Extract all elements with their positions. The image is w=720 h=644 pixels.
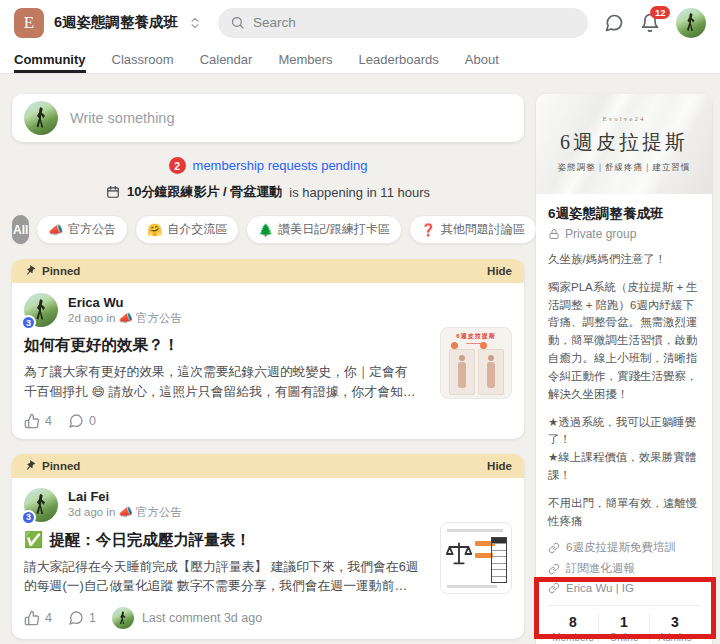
lock-icon [548, 228, 560, 240]
post-meta: 2d ago in 📣 官方公告 [68, 311, 182, 326]
filter-all[interactable]: All [12, 215, 29, 244]
comment-icon [68, 413, 84, 429]
event-title: 10分鐘跟練影片 / 骨盆運動 [127, 183, 282, 201]
last-comment[interactable]: Last comment 3d ago [112, 607, 262, 629]
group-info-card: Evolve24 6週皮拉提斯 姿態調整｜舒緩疼痛｜建立習慣 6週姿態調整養成班… [536, 94, 712, 644]
hide-button[interactable]: Hide [487, 265, 512, 277]
filter-other-questions[interactable]: ❓ 其他問題討論區 [409, 215, 537, 244]
banner-title: 6週皮拉提斯 [560, 129, 688, 156]
filter-intro-exchange[interactable]: 🤗 自介交流區 [135, 215, 239, 244]
like-button[interactable]: 4 [24, 413, 52, 429]
group-switcher-icon[interactable] [188, 15, 202, 31]
banner-brand: Evolve24 [603, 115, 646, 123]
pinned-post-2[interactable]: Pinned Hide 3 Lai Fei 3d ago in 📣 官方公告 [12, 454, 524, 640]
group-description: 獨家PLA系統（皮拉提斯 + 生活調整 + 陪跑）6週內紓緩下背痛、調整骨盆。無… [548, 279, 700, 404]
post-category: 官方公告 [136, 506, 182, 518]
pin-icon [22, 457, 39, 474]
upcoming-event-notice[interactable]: 10分鐘跟練影片 / 骨盆運動 is happening in 11 hours [12, 183, 524, 201]
pinned-bar: Pinned Hide [12, 454, 524, 478]
calendar-icon [106, 185, 120, 199]
commenter-avatar [112, 607, 134, 629]
event-suffix: is happening in 11 hours [289, 185, 430, 200]
check-mark-icon: ✅ [24, 531, 43, 549]
stat-admins[interactable]: 3 Admins [649, 614, 700, 643]
like-count: 4 [45, 414, 52, 428]
nav-tabs: Community Classroom Calendar Members Lea… [0, 45, 720, 74]
hide-button[interactable]: Hide [487, 460, 512, 472]
post-composer[interactable]: Write something [12, 94, 524, 142]
link-instagram[interactable]: Erica Wu | IG [548, 582, 700, 594]
link-icon [548, 542, 560, 554]
link-icon [548, 582, 560, 594]
notification-badge: 12 [650, 6, 670, 20]
filter-official-announcements[interactable]: 📣 官方公告 [36, 215, 128, 244]
scale-icon [445, 539, 473, 569]
post-thumbnail[interactable]: 6週皮拉提斯 •••••••••••••• [440, 327, 512, 399]
hugging-face-icon: 🤗 [147, 223, 162, 237]
author-avatar[interactable]: 3 [24, 293, 58, 327]
tab-leaderboards[interactable]: Leaderboards [359, 45, 439, 73]
like-button[interactable]: 4 [24, 610, 52, 626]
group-logo[interactable]: E [14, 8, 44, 38]
post-body: 為了讓大家有更好的效果，這次需要紀錄六週的蛻變史，你｜定會有千百個掙扎 😄 請放… [24, 362, 419, 402]
tab-about[interactable]: About [465, 45, 499, 73]
post-title[interactable]: ✅ 提醒：今日完成壓力評量表！ [24, 530, 512, 551]
sidebar-group-name: 6週姿態調整養成班 [548, 205, 700, 223]
link-free-training[interactable]: 6週皮拉提斯免費培訓 [548, 540, 700, 555]
author-avatar[interactable]: 3 [24, 488, 58, 522]
app-header: E 6週姿態調整養成班 12 [0, 0, 720, 45]
comment-icon [68, 610, 84, 626]
search-input[interactable] [253, 15, 576, 30]
stat-online[interactable]: 1 Online [598, 614, 649, 643]
pending-label: membership requests pending [193, 158, 368, 173]
post-author[interactable]: Lai Fei [68, 489, 182, 504]
thumbs-up-icon [24, 413, 40, 429]
post-meta: 3d ago in 📣 官方公告 [68, 505, 182, 520]
composer-placeholder: Write something [70, 110, 175, 126]
link-newsletter[interactable]: 訂閱進化週報 [548, 561, 700, 576]
level-badge: 3 [21, 510, 36, 525]
megaphone-icon: 📣 [119, 312, 133, 324]
tab-calendar[interactable]: Calendar [200, 45, 253, 73]
filter-praise-diary[interactable]: 🌲 讚美日記/跟練打卡區 [246, 215, 401, 244]
search-bar[interactable] [218, 8, 588, 38]
pin-icon [22, 263, 39, 280]
group-title: 6週姿態調整養成班 [54, 13, 178, 32]
pinned-post-1[interactable]: Pinned Hide 3 Erica Wu 2d ago in 📣 官方公告 [12, 259, 524, 439]
pinned-label: Pinned [42, 460, 481, 472]
tree-icon: 🌲 [258, 223, 273, 237]
composer-avatar [24, 101, 58, 135]
post-thumbnail[interactable] [440, 522, 512, 594]
link-icon [548, 563, 560, 575]
comment-button[interactable]: 0 [68, 413, 96, 429]
group-banner[interactable]: Evolve24 6週皮拉提斯 姿態調整｜舒緩疼痛｜建立習慣 [536, 94, 712, 194]
pinned-bar: Pinned Hide [12, 259, 524, 283]
group-stats: 8 Members 1 Online 3 Admins [548, 605, 700, 644]
post-title[interactable]: 如何有更好的效果？！ [24, 335, 512, 356]
stat-members[interactable]: 8 Members [548, 614, 598, 643]
notifications-button[interactable]: 12 [640, 13, 660, 33]
comment-button[interactable]: 1 [68, 610, 96, 626]
group-closing: 不用出門，簡單有效，遠離慢性疼痛 [548, 495, 700, 531]
tab-classroom[interactable]: Classroom [112, 45, 174, 73]
comment-count: 1 [89, 611, 96, 625]
level-badge: 3 [21, 315, 36, 330]
tab-members[interactable]: Members [278, 45, 332, 73]
group-logo-letter: E [24, 13, 34, 33]
question-mark-icon: ❓ [421, 223, 436, 237]
post-body: 請大家記得在今天睡前完成【壓力評量表】 建議印下來，我們會在6週的每週(一)自己… [24, 557, 419, 597]
chat-button[interactable] [604, 13, 624, 33]
membership-requests-link[interactable]: 2 membership requests pending [12, 157, 524, 174]
post-category: 官方公告 [136, 312, 182, 324]
megaphone-icon: 📣 [119, 506, 133, 518]
post-author[interactable]: Erica Wu [68, 295, 182, 310]
group-highlights: ★透過系統，我可以正躺睡覺了！ ★線上課程價值，效果勝實體課！ [548, 414, 700, 485]
comment-count: 0 [89, 414, 96, 428]
megaphone-icon: 📣 [48, 223, 63, 237]
search-icon [230, 15, 245, 30]
category-filters: All 📣 官方公告 🤗 自介交流區 🌲 讚美日記/跟練打卡區 ❓ 其他問題討論… [12, 215, 524, 244]
tab-community[interactable]: Community [14, 45, 86, 73]
user-avatar[interactable] [676, 8, 706, 38]
pinned-label: Pinned [42, 265, 481, 277]
pending-count-badge: 2 [169, 157, 186, 174]
